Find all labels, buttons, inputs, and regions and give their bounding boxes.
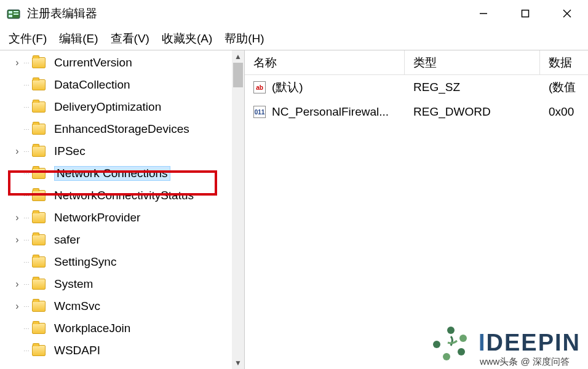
tree-item[interactable]: ›⋯WcmSvc <box>0 295 232 317</box>
tree-item-label: System <box>54 277 93 291</box>
tree-connector-icon: ⋯ <box>23 325 32 332</box>
column-data[interactable]: 数据 <box>540 50 588 74</box>
chevron-right-icon[interactable]: › <box>11 301 23 312</box>
chevron-right-icon[interactable]: › <box>11 146 23 157</box>
folder-icon <box>32 345 46 356</box>
tree-item[interactable]: ›⋯IPSec <box>0 140 232 162</box>
value-type: REG_SZ <box>405 81 540 94</box>
tree-item[interactable]: ⋯DeliveryOptimization <box>0 96 232 118</box>
folder-icon <box>32 234 46 245</box>
tree-item-label: CurrentVersion <box>54 56 132 69</box>
regedit-icon <box>6 6 21 21</box>
value-name: (默认) <box>272 79 303 95</box>
tree-item[interactable]: ⋯WSDAPI <box>0 339 232 362</box>
chevron-right-icon[interactable]: › <box>11 279 23 290</box>
svg-point-11 <box>458 348 465 355</box>
folder-icon <box>32 323 46 334</box>
tree-item[interactable]: ›⋯NetworkProvider <box>0 207 232 229</box>
tree-item[interactable]: ⋯SettingSync <box>0 251 232 273</box>
chevron-right-icon[interactable]: › <box>11 57 23 68</box>
column-name[interactable]: 名称 <box>245 50 405 74</box>
list-pane: 名称 类型 数据 ab(默认)REG_SZ(数值011NC_PersonalFi… <box>245 50 588 369</box>
tree-connector-icon: ⋯ <box>23 281 32 288</box>
tree-item-label: DeliveryOptimization <box>54 100 161 114</box>
menu-favorites[interactable]: 收藏夹(A) <box>162 31 212 47</box>
list-row[interactable]: ab(默认)REG_SZ(数值 <box>245 75 588 100</box>
svg-point-13 <box>433 341 440 348</box>
folder-icon <box>32 190 46 201</box>
tree-item-label: DataCollection <box>54 78 130 92</box>
value-name: NC_PersonalFirewal... <box>272 105 389 119</box>
svg-rect-3 <box>14 14 18 15</box>
tree-connector-icon: ⋯ <box>23 104 32 111</box>
content-area: ›⋯CurrentVersion⋯DataCollection⋯Delivery… <box>0 50 588 369</box>
folder-icon <box>32 146 46 157</box>
dword-value-icon: 011 <box>253 106 266 118</box>
scroll-down-icon[interactable]: ▼ <box>232 357 244 369</box>
svg-rect-2 <box>14 11 18 12</box>
svg-point-9 <box>447 327 455 334</box>
tree-connector-icon: ⋯ <box>23 237 32 244</box>
tree-scrollbar[interactable]: ▲ ▼ <box>232 50 244 369</box>
svg-rect-1 <box>9 11 12 14</box>
minimize-button[interactable] <box>463 0 504 27</box>
tree-item[interactable]: ⋯NetworkConnectivityStatus <box>0 184 232 207</box>
folder-icon <box>32 256 46 268</box>
titlebar: 注册表编辑器 <box>0 0 588 27</box>
scroll-thumb[interactable] <box>233 63 243 87</box>
menu-edit[interactable]: 编辑(E) <box>59 31 98 47</box>
close-button[interactable] <box>546 0 588 27</box>
tree-connector-icon: ⋯ <box>23 303 32 310</box>
folder-icon <box>32 168 46 179</box>
tree-item-label: WorkplaceJoin <box>54 322 130 335</box>
tree-item[interactable]: ›⋯System <box>0 273 232 295</box>
menu-view[interactable]: 查看(V) <box>111 31 149 47</box>
folder-icon <box>32 101 46 113</box>
tree-item[interactable]: ⋯WorkplaceJoin <box>0 317 232 339</box>
maximize-button[interactable] <box>504 0 546 27</box>
attribution-text: www头条 @ 深度问答 <box>480 356 570 368</box>
tree-item-label: WSDAPI <box>54 344 100 357</box>
tree-connector-icon: ⋯ <box>23 126 32 133</box>
string-value-icon: ab <box>253 81 266 93</box>
folder-icon <box>32 57 46 68</box>
tree-item[interactable]: ›⋯safer <box>0 229 232 251</box>
tree-item[interactable]: ›⋯CurrentVersion <box>0 52 232 74</box>
tree-connector-icon: ⋯ <box>23 170 32 177</box>
svg-rect-6 <box>522 10 529 17</box>
tree-item-label: SettingSync <box>54 255 116 269</box>
menu-help[interactable]: 帮助(H) <box>224 31 264 47</box>
folder-icon <box>32 124 46 135</box>
tree-item-label: Network Connections <box>54 166 170 181</box>
column-type[interactable]: 类型 <box>405 50 540 74</box>
tree-connector-icon: ⋯ <box>23 192 32 199</box>
tree-item-label: NetworkProvider <box>54 211 140 224</box>
menu-file[interactable]: 文件(F) <box>9 31 47 47</box>
list-body[interactable]: ab(默认)REG_SZ(数值011NC_PersonalFirewal...R… <box>245 75 588 124</box>
brand-text: IDEEPIN <box>479 330 581 356</box>
window-controls <box>463 0 588 27</box>
tree-item-label: IPSec <box>54 145 85 158</box>
svg-rect-4 <box>9 15 12 17</box>
window-title: 注册表编辑器 <box>27 6 97 22</box>
tree-item-label: NetworkConnectivityStatus <box>54 189 194 202</box>
tree-item-label: WcmSvc <box>54 300 100 313</box>
svg-point-12 <box>443 353 450 360</box>
tree-item[interactable]: ⋯DataCollection <box>0 74 232 96</box>
list-row[interactable]: 011NC_PersonalFirewal...REG_DWORD0x00 <box>245 100 588 124</box>
tree-item[interactable]: ⋯Network Connections <box>0 162 232 184</box>
tree-item-label: safer <box>54 233 80 247</box>
chevron-right-icon[interactable]: › <box>11 234 23 245</box>
scroll-up-icon[interactable]: ▲ <box>232 50 244 63</box>
tree-connector-icon: ⋯ <box>23 215 32 221</box>
folder-icon <box>32 79 46 90</box>
tree-item[interactable]: ⋯EnhancedStorageDevices <box>0 118 232 140</box>
tree-list[interactable]: ›⋯CurrentVersion⋯DataCollection⋯Delivery… <box>0 50 232 362</box>
tree-connector-icon: ⋯ <box>23 60 32 66</box>
tree-item-label: EnhancedStorageDevices <box>54 122 189 136</box>
value-data: (数值 <box>540 79 588 95</box>
folder-icon <box>32 279 46 290</box>
chevron-right-icon[interactable]: › <box>11 212 23 223</box>
swirl-logo-icon <box>429 321 472 364</box>
value-data: 0x00 <box>540 105 588 119</box>
